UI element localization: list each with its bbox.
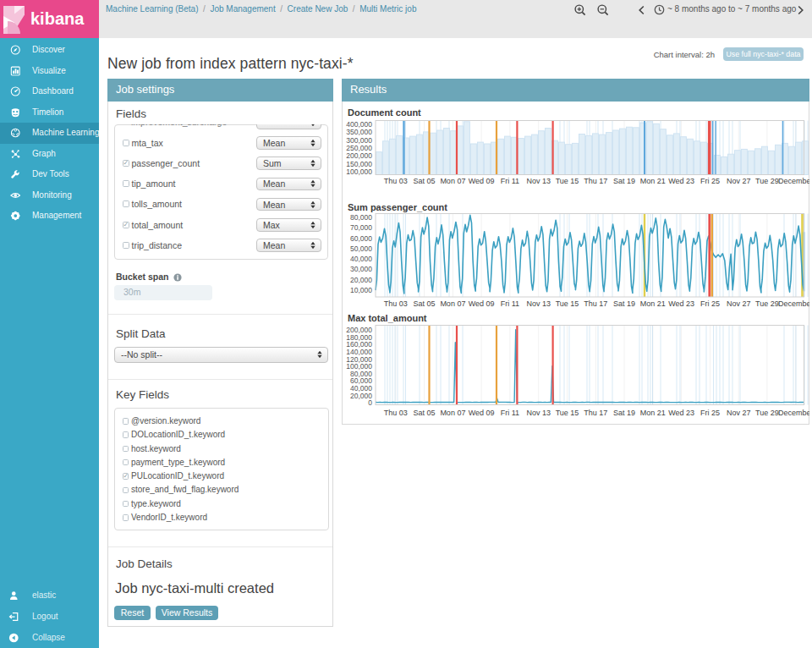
svg-text:40,000: 40,000 <box>350 255 372 263</box>
svg-text:Wed 09: Wed 09 <box>469 299 495 308</box>
svg-text:Mon 07: Mon 07 <box>440 299 465 308</box>
svg-text:Mon 07: Mon 07 <box>440 409 465 417</box>
svg-text:Mon 21: Mon 21 <box>640 409 666 417</box>
svg-text:Mon 21: Mon 21 <box>640 177 666 185</box>
svg-text:Tue 29: Tue 29 <box>755 409 779 417</box>
svg-text:Sat 19: Sat 19 <box>613 299 635 308</box>
svg-text:70,000: 70,000 <box>350 223 372 232</box>
svg-text:Sat 05: Sat 05 <box>414 299 436 308</box>
svg-text:Thu 17: Thu 17 <box>584 177 607 185</box>
svg-text:250,000: 250,000 <box>346 144 372 152</box>
svg-text:Tue 29: Tue 29 <box>755 177 779 185</box>
svg-text:10,000: 10,000 <box>350 286 372 294</box>
svg-text:Nov 13: Nov 13 <box>526 409 551 417</box>
svg-text:Sat 19: Sat 19 <box>613 177 635 185</box>
svg-text:Fri 11: Fri 11 <box>501 409 519 417</box>
svg-text:0: 0 <box>368 398 372 407</box>
svg-text:Tue 15: Tue 15 <box>556 299 579 308</box>
svg-text:Nov 13: Nov 13 <box>526 299 551 308</box>
svg-text:Wed 23: Wed 23 <box>668 177 694 185</box>
svg-text:Tue 15: Tue 15 <box>556 177 579 185</box>
svg-text:Sat 19: Sat 19 <box>613 409 635 417</box>
svg-text:Thu 03: Thu 03 <box>384 177 408 185</box>
svg-text:Thu 03: Thu 03 <box>384 299 408 308</box>
svg-text:Fri 11: Fri 11 <box>501 177 519 185</box>
svg-text:400,000: 400,000 <box>346 120 372 129</box>
svg-text:Nov 27: Nov 27 <box>727 409 751 417</box>
svg-text:Fri 11: Fri 11 <box>501 299 519 308</box>
svg-text:30,000: 30,000 <box>350 265 372 273</box>
svg-text:350,000: 350,000 <box>346 128 372 136</box>
svg-text:Fri 25: Fri 25 <box>700 299 720 308</box>
svg-text:Fri 25: Fri 25 <box>700 177 720 185</box>
svg-text:Thu 03: Thu 03 <box>384 409 408 417</box>
svg-text:200,000: 200,000 <box>346 151 372 160</box>
svg-text:60,000: 60,000 <box>350 234 372 243</box>
svg-text:Mon 21: Mon 21 <box>640 299 666 308</box>
svg-text:December: December <box>778 299 809 308</box>
svg-text:Mon 07: Mon 07 <box>440 177 465 185</box>
svg-text:150,000: 150,000 <box>346 160 372 168</box>
svg-text:20,000: 20,000 <box>350 276 372 284</box>
svg-text:Tue 29: Tue 29 <box>755 299 779 308</box>
svg-text:Thu 17: Thu 17 <box>584 299 607 308</box>
svg-text:Wed 09: Wed 09 <box>469 409 495 417</box>
svg-text:Nov 13: Nov 13 <box>526 177 551 185</box>
svg-text:Wed 23: Wed 23 <box>668 299 694 308</box>
svg-text:Wed 09: Wed 09 <box>469 177 495 185</box>
svg-text:Tue 15: Tue 15 <box>556 409 579 417</box>
svg-text:Nov 27: Nov 27 <box>727 299 751 308</box>
svg-text:Wed 23: Wed 23 <box>668 409 694 417</box>
svg-text:December: December <box>778 409 809 417</box>
svg-text:Fri 25: Fri 25 <box>700 409 720 417</box>
svg-text:50,000: 50,000 <box>350 244 372 253</box>
svg-text:Thu 17: Thu 17 <box>584 409 607 417</box>
svg-text:Nov 27: Nov 27 <box>727 177 751 185</box>
svg-text:Sat 05: Sat 05 <box>414 409 436 417</box>
svg-text:100,000: 100,000 <box>346 167 372 176</box>
svg-text:December: December <box>778 177 809 185</box>
svg-text:Sat 05: Sat 05 <box>414 177 436 185</box>
svg-text:80,000: 80,000 <box>350 213 372 222</box>
